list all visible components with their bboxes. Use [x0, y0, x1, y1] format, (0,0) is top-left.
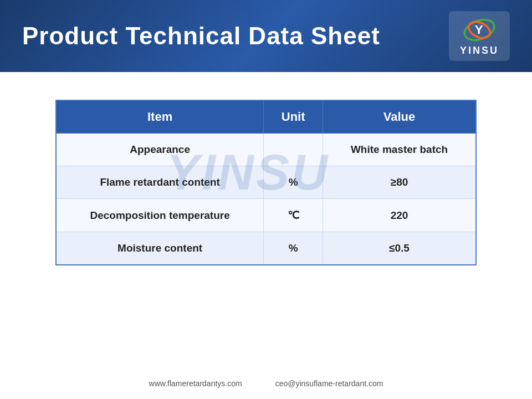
cell-unit: % — [264, 232, 323, 265]
table-row: Flame retardant content%≥80 — [56, 166, 476, 199]
cell-value: 220 — [323, 199, 476, 232]
cell-item: Moisture content — [56, 232, 264, 265]
table-row: Decomposition temperature℃220 — [56, 199, 476, 232]
footer-email: ceo@yinsuflame-retardant.com — [275, 379, 383, 388]
cell-unit: % — [264, 166, 323, 199]
page-title: Product Technical Data Sheet — [22, 22, 380, 50]
footer: www.flameretardantys.com ceo@yinsuflame-… — [0, 379, 532, 388]
col-header-value: Value — [323, 100, 476, 134]
col-header-item: Item — [56, 100, 264, 134]
cell-value: ≥80 — [323, 166, 476, 199]
table-row: Moisture content%≤0.5 — [56, 232, 476, 265]
cell-unit — [264, 134, 323, 166]
cell-value: ≤0.5 — [323, 232, 476, 265]
cell-item: Decomposition temperature — [56, 199, 264, 232]
svg-text:Y: Y — [475, 23, 483, 37]
logo-icon: Y — [460, 16, 499, 44]
main-content: Item Unit Value AppearanceWhite master b… — [0, 72, 532, 282]
col-header-unit: Unit — [264, 100, 323, 134]
cell-unit: ℃ — [264, 199, 323, 232]
data-table: Item Unit Value AppearanceWhite master b… — [55, 100, 477, 265]
logo-area: Y YINSU — [449, 11, 510, 61]
logo-text: YINSU — [460, 45, 499, 57]
cell-item: Appearance — [56, 134, 264, 166]
cell-value: White master batch — [323, 134, 476, 166]
table-header-row: Item Unit Value — [56, 100, 476, 134]
page-header: Product Technical Data Sheet Y YINSU — [0, 0, 532, 72]
cell-item: Flame retardant content — [56, 166, 264, 199]
table-row: AppearanceWhite master batch — [56, 134, 476, 166]
footer-website: www.flameretardantys.com — [149, 379, 242, 388]
